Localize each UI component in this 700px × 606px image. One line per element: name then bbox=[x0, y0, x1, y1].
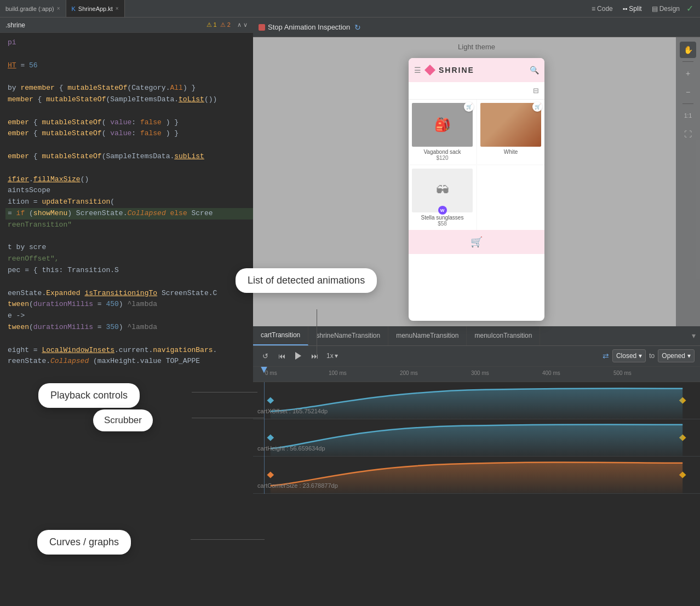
product-card-empty bbox=[477, 165, 544, 230]
phone-search-icon: 🔍 bbox=[530, 66, 539, 74]
side-controls: ✋ + − 1:1 ⛶ bbox=[676, 37, 700, 326]
product-card-sunglasses: 🕶 W Stella sunglasses $58 bbox=[409, 165, 476, 230]
code-line: ember { mutableStateOf( value: false ) } bbox=[5, 128, 253, 140]
speed-label: 1x bbox=[326, 352, 334, 360]
hamburger-icon: ≡ bbox=[592, 5, 595, 13]
refresh-icon[interactable]: ↻ bbox=[354, 23, 361, 32]
code-view-btn[interactable]: ≡ Code bbox=[588, 4, 616, 14]
tab-menu-icon[interactable]: menuIconTransition bbox=[467, 326, 540, 345]
zoom-out-btn[interactable]: − bbox=[680, 84, 696, 100]
to-state-arrow: ▾ bbox=[687, 352, 691, 360]
shrine-logo bbox=[424, 65, 435, 76]
code-line: pec = { this: Transition.S bbox=[5, 265, 253, 276]
playback-bar: ↺ ⏮ ⏭ 1x ▾ ⇄ Closed ▾ to Opened ▾ bbox=[253, 346, 700, 367]
tab-shrine-name[interactable]: shrineNameTransition bbox=[308, 326, 388, 345]
filename: .shrine bbox=[5, 21, 25, 29]
tooltip-line-list bbox=[317, 309, 317, 359]
tab-cart-transition[interactable]: cartTransition bbox=[253, 326, 308, 345]
time-mark-4: 400 ms bbox=[542, 370, 560, 376]
play-btn[interactable] bbox=[291, 349, 305, 362]
tab-shrine-app[interactable]: K ShrineApp.kt × bbox=[66, 0, 125, 17]
hand-tool-btn[interactable]: ✋ bbox=[680, 42, 696, 58]
timeline-area: 0 ms 100 ms 200 ms 300 ms 400 ms 500 ms bbox=[253, 367, 700, 607]
code-line: = if (showMenu) ScreenState.Collapsed el… bbox=[5, 208, 253, 220]
animation-tracks: cartXOffset : 165.75214dp bbox=[253, 382, 700, 494]
code-line: tween(durationMillis = 450) ^lambda bbox=[5, 299, 253, 310]
play-icon bbox=[295, 352, 301, 360]
tab-menu-name[interactable]: menuNameTransition bbox=[388, 326, 467, 345]
tooltip-line-scrubber bbox=[192, 418, 264, 418]
code-line: aintsScope bbox=[5, 185, 253, 197]
phone-filter-bar: ⊟ bbox=[409, 82, 544, 100]
file-bar: .shrine ⚠ 1 ⚠ 2 ∧ ∨ bbox=[0, 18, 253, 33]
stop-inspection-btn[interactable]: Stop Animation Inspection bbox=[259, 23, 350, 31]
from-state-arrow: ▾ bbox=[639, 352, 642, 360]
tooltip-line-playback bbox=[192, 392, 257, 393]
cart-bottom-icon: 🛒 bbox=[471, 236, 483, 248]
tooltip-list-animations: List of detected animations bbox=[236, 268, 377, 293]
tooltip-playback: Playback controls bbox=[38, 383, 140, 408]
product-price-2: $58 bbox=[412, 221, 473, 227]
fullscreen-btn[interactable]: ⛶ bbox=[680, 126, 696, 142]
stop-label: Stop Animation Inspection bbox=[268, 23, 350, 31]
code-line: eenState.Expanded isTransitioningTo Scre… bbox=[5, 288, 253, 299]
filter-icon: ⊟ bbox=[533, 86, 539, 95]
phone-mockup: ☰ SHRINE 🔍 ⊟ 🛒 🎒 Vagabond sack $120 bbox=[409, 58, 544, 321]
to-label: to bbox=[649, 352, 655, 360]
tooltip-curves: Curves / graphs bbox=[37, 530, 131, 555]
kt-file-icon: K bbox=[72, 5, 76, 12]
phone-products-grid: 🛒 🎒 Vagabond sack $120 🛒 White 🕶 W Stell… bbox=[409, 100, 544, 230]
product-img-brass bbox=[480, 103, 541, 147]
product-img-bag: 🎒 bbox=[412, 103, 473, 147]
code-line: reenOffset", bbox=[5, 253, 253, 265]
code-line: ember { mutableStateOf(SampleItemsData.s… bbox=[5, 151, 253, 163]
diamond-start bbox=[267, 471, 274, 478]
time-mark-5: 500 ms bbox=[613, 370, 632, 376]
reset-btn[interactable]: ↺ bbox=[259, 349, 272, 362]
nav-arrows[interactable]: ∧ ∨ bbox=[237, 21, 248, 28]
to-state-dropdown[interactable]: Opened ▾ bbox=[658, 349, 695, 362]
shrine-tab-close[interactable]: × bbox=[116, 5, 119, 11]
check-icon: ✓ bbox=[686, 3, 693, 14]
tab-gradle[interactable]: build.gradle (:app) × bbox=[0, 0, 66, 17]
zoom-in-btn[interactable]: + bbox=[680, 65, 696, 82]
swap-icon[interactable]: ⇄ bbox=[603, 351, 609, 360]
code-line: by remember { mutableStateOf(Category.Al… bbox=[5, 83, 253, 94]
track-cart-corner-size: cartCornerSize : 23.678877dp bbox=[253, 457, 700, 494]
to-state-label: Opened bbox=[662, 352, 685, 360]
code-line: e -> bbox=[5, 310, 253, 322]
step-forward-btn[interactable]: ⏭ bbox=[308, 349, 321, 362]
tooltip-scrubber: Scrubber bbox=[93, 409, 153, 431]
shrine-title: SHRINE bbox=[439, 66, 526, 74]
code-line bbox=[5, 163, 253, 174]
tooltip-scrubber-label: Scrubber bbox=[104, 415, 142, 425]
fit-view-btn[interactable]: 1:1 bbox=[680, 107, 696, 124]
tooltip-list-label: List of detected animations bbox=[248, 275, 365, 286]
diamond-start bbox=[267, 397, 274, 403]
speed-selector[interactable]: 1x ▾ bbox=[324, 351, 340, 361]
time-mark-1: 100 ms bbox=[329, 370, 347, 376]
code-line bbox=[5, 106, 253, 117]
design-view-btn[interactable]: ▤ Design bbox=[649, 4, 683, 14]
from-state-dropdown[interactable]: Closed ▾ bbox=[612, 349, 646, 362]
gradle-tab-label: build.gradle (:app) bbox=[5, 5, 54, 12]
cart-badge-1: 🛒 bbox=[464, 102, 474, 112]
tooltip-line-curves bbox=[191, 539, 265, 540]
from-state-label: Closed bbox=[616, 352, 636, 360]
speed-arrow: ▾ bbox=[335, 352, 338, 360]
product-name-1: Vagabond sack bbox=[412, 149, 473, 155]
transition-tabs: cartTransition shrineNameTransition menu… bbox=[253, 326, 700, 346]
gradle-tab-close[interactable]: × bbox=[57, 5, 60, 11]
cart-transition-label: cartTransition bbox=[261, 331, 300, 339]
code-line: ifier.fillMaxSize() bbox=[5, 174, 253, 186]
split-view-btn[interactable]: ▪▪ Split bbox=[619, 4, 645, 14]
time-mark-3: 300 ms bbox=[471, 370, 489, 376]
code-label: Code bbox=[597, 5, 613, 13]
track-label-1: cartXOffset : 165.75214dp bbox=[257, 408, 328, 414]
tabs-more-arrow[interactable]: ▾ bbox=[687, 331, 700, 340]
step-back-btn[interactable]: ⏮ bbox=[275, 349, 288, 362]
diamond-start bbox=[267, 434, 274, 441]
menu-icon-label: menuIconTransition bbox=[474, 332, 532, 339]
split-label: Split bbox=[629, 5, 641, 13]
curve-fill bbox=[271, 388, 682, 419]
